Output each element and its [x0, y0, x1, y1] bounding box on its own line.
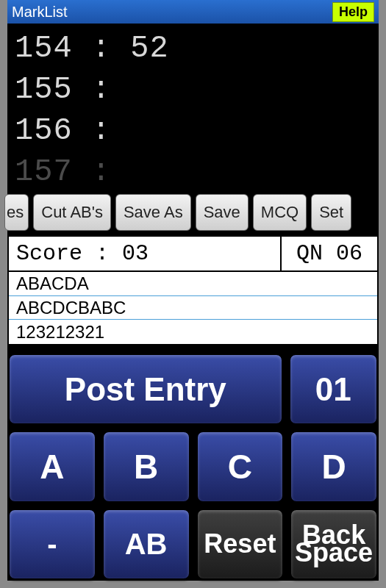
list-item[interactable]: 154 : 52 — [15, 28, 371, 69]
key-a-button[interactable]: A — [9, 431, 96, 501]
entry-line-2[interactable]: ABCDCBABC — [9, 296, 377, 320]
qn-display: QN 06 — [282, 237, 377, 270]
entry-line-1[interactable]: ABACDA — [9, 272, 377, 296]
set-button[interactable]: Set — [311, 194, 351, 231]
keypad: Post Entry 01 A B C D - AB Reset Back Sp… — [7, 345, 379, 581]
save-as-button[interactable]: Save As — [115, 194, 191, 231]
toolbar: es Cut AB's Save As Save MCQ Set — [7, 190, 379, 235]
score-display: Score : 03 — [9, 237, 282, 270]
key-d-button[interactable]: D — [290, 431, 377, 501]
mcq-button[interactable]: MCQ — [253, 194, 307, 231]
key-ab-button[interactable]: AB — [103, 509, 190, 579]
list-item-id: 155 — [15, 72, 73, 107]
list-item-id: 157 — [15, 154, 73, 190]
app-title: MarkList — [12, 4, 68, 21]
post-entry-button[interactable]: Post Entry — [9, 354, 282, 424]
key-c-button[interactable]: C — [197, 431, 284, 501]
info-row: Score : 03 QN 06 — [7, 235, 379, 272]
list-item-id: 156 — [15, 113, 73, 148]
backspace-button[interactable]: Back Space — [290, 509, 377, 579]
cut-ab-button[interactable]: Cut AB's — [33, 194, 111, 231]
toolbar-button-partial[interactable]: es — [4, 194, 29, 231]
key-dash-button[interactable]: - — [9, 509, 96, 579]
list-item-id: 154 — [15, 31, 73, 66]
entry-box: ABACDA ABCDCBABC 123212321 — [7, 272, 379, 345]
help-button[interactable]: Help — [332, 2, 374, 22]
mark-list[interactable]: 154 : 52 155 : 156 : 157 : — [7, 24, 379, 190]
list-item-value: 52 — [130, 31, 168, 66]
title-bar: MarkList Help — [7, 0, 379, 24]
list-item[interactable]: 157 : — [15, 151, 371, 190]
reset-button[interactable]: Reset — [197, 509, 284, 579]
entry-count-button[interactable]: 01 — [290, 354, 377, 424]
backspace-label-2: Space — [295, 544, 373, 562]
entry-line-3[interactable]: 123212321 — [9, 320, 377, 344]
key-b-button[interactable]: B — [103, 431, 190, 501]
save-button[interactable]: Save — [196, 194, 249, 231]
list-item[interactable]: 156 : — [15, 110, 371, 151]
list-item[interactable]: 155 : — [15, 69, 371, 110]
app-frame: MarkList Help 154 : 52 155 : 156 : 157 :… — [0, 0, 386, 588]
